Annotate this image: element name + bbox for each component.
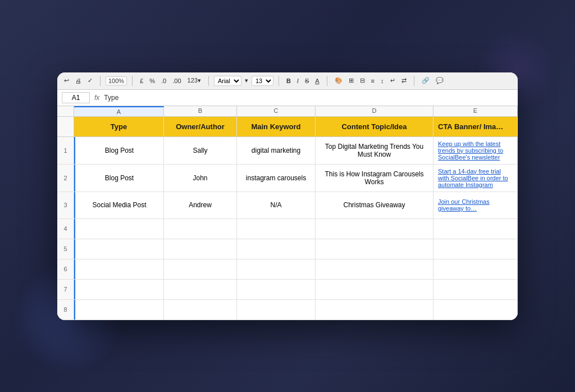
empty-cell[interactable] (237, 300, 316, 320)
italic-button[interactable]: I (295, 77, 301, 85)
cell-keyword-3[interactable]: N/A (237, 192, 316, 218)
empty-row: 5 (57, 239, 518, 259)
valign-button[interactable]: ↕ (378, 77, 386, 85)
spellcheck-button[interactable]: ✓ (85, 76, 95, 85)
empty-row: 7 (57, 280, 518, 300)
cell-cta-3[interactable]: Join our Christmas giveaway to… (433, 192, 518, 218)
print-button[interactable]: 🖨 (73, 77, 84, 85)
empty-cell[interactable] (164, 280, 237, 299)
empty-cell[interactable] (74, 280, 164, 299)
empty-cell[interactable] (316, 219, 433, 239)
spreadsheet-grid: A B C D E Type Owner/Author Main Keyword… (57, 106, 518, 320)
formula-content: Type (104, 94, 118, 102)
empty-cell[interactable] (74, 239, 164, 259)
row-num-8: 8 (57, 300, 74, 320)
empty-cell[interactable] (237, 259, 316, 279)
empty-cell[interactable] (164, 300, 237, 320)
col-header-b[interactable]: B (164, 106, 237, 116)
merge-button[interactable]: ⊟ (358, 76, 367, 85)
cell-keyword-2[interactable]: instagram carousels (237, 165, 316, 192)
format123-button[interactable]: 123▾ (185, 76, 203, 85)
cell-type-2[interactable]: Blog Post (74, 165, 164, 192)
empty-cell[interactable] (433, 280, 518, 299)
column-headers: A B C D E (57, 106, 518, 117)
cell-type-3[interactable]: Social Media Post (74, 192, 164, 218)
row-num-7: 7 (57, 280, 74, 299)
decimal2-button[interactable]: .00 (170, 77, 183, 85)
empty-cell[interactable] (433, 219, 518, 239)
empty-cell[interactable] (74, 219, 164, 239)
cell-topic-2[interactable]: This is How Instagram Carousels Works (316, 165, 433, 192)
empty-cell[interactable] (316, 239, 433, 259)
currency-button[interactable]: £ (138, 77, 145, 85)
col-header-d[interactable]: D (316, 106, 433, 116)
empty-cell[interactable] (74, 259, 164, 279)
empty-cell[interactable] (237, 239, 316, 259)
font-select[interactable]: Arial (214, 76, 241, 86)
wrap-button[interactable]: ↵ (388, 76, 398, 85)
header-topic: Content Topic/Idea (316, 117, 433, 136)
sep-1 (100, 76, 101, 86)
zoom-group: 100% (106, 76, 127, 85)
cell-owner-1[interactable]: Sally (164, 137, 237, 164)
link-button[interactable]: 🔗 (419, 76, 432, 85)
empty-cell[interactable] (316, 259, 433, 279)
cell-topic-3[interactable]: Christmas Giveaway (316, 192, 433, 218)
spreadsheet-window: ↩ 🖨 ✓ 100% £ % .0 .00 123▾ Arial ▾ 13 (57, 72, 518, 320)
cell-keyword-1[interactable]: digital marketing (237, 137, 316, 164)
percent-button[interactable]: % (147, 77, 157, 85)
empty-cell[interactable] (74, 300, 164, 320)
header-cta: CTA Banner/ Ima… (433, 117, 518, 136)
cell-topic-1[interactable]: Top Digital Marketing Trends You Must Kn… (316, 137, 433, 164)
empty-cell[interactable] (316, 280, 433, 299)
empty-row: 8 (57, 300, 518, 320)
rtl-button[interactable]: ⇄ (399, 76, 409, 85)
bold-button[interactable]: B (284, 77, 293, 85)
cell-cta-1[interactable]: Keep up with the latest trends by subscr… (433, 137, 518, 164)
empty-cell[interactable] (237, 280, 316, 299)
sep-4 (279, 76, 279, 86)
empty-row: 4 (57, 219, 518, 239)
row-num-6: 6 (57, 259, 74, 279)
empty-cell[interactable] (237, 219, 316, 239)
cell-owner-3[interactable]: Andrew (164, 192, 237, 218)
font-size-select[interactable]: 13 (252, 76, 273, 86)
align-button[interactable]: ≡ (369, 77, 377, 85)
col-header-e[interactable]: E (433, 106, 518, 116)
undo-button[interactable]: ↩ (62, 76, 71, 85)
decimal1-button[interactable]: .0 (159, 77, 168, 85)
borders-button[interactable]: ⊞ (346, 76, 356, 85)
header-row: Type Owner/Author Main Keyword Content T… (57, 117, 518, 137)
header-owner: Owner/Author (164, 117, 237, 136)
link-tools: 🔗 💬 (419, 76, 446, 85)
sep-font: ▾ (245, 77, 248, 84)
row-num-header-row (57, 117, 74, 136)
cell-owner-2[interactable]: John (164, 165, 237, 192)
comment-button[interactable]: 💬 (433, 76, 446, 85)
col-header-c[interactable]: C (237, 106, 316, 116)
strikethrough-button[interactable]: S (303, 77, 311, 85)
row-num-4: 4 (57, 219, 74, 239)
cell-type-1[interactable]: Blog Post (74, 137, 164, 164)
empty-cell[interactable] (316, 300, 433, 320)
sep-3 (208, 76, 209, 86)
row-num-2: 2 (57, 165, 74, 192)
empty-cell[interactable] (164, 239, 237, 259)
empty-cell[interactable] (164, 259, 237, 279)
empty-cell[interactable] (433, 259, 518, 279)
table-row: 1 Blog Post Sally digital marketing Top … (57, 137, 518, 165)
empty-cell[interactable] (433, 239, 518, 259)
empty-cell[interactable] (433, 300, 518, 320)
fill-color-button[interactable]: 🎨 (332, 76, 345, 85)
formula-bar: fx Type (57, 90, 518, 106)
sep-5 (327, 76, 327, 86)
underline-button[interactable]: A (313, 77, 321, 85)
zoom-display[interactable]: 100% (106, 76, 127, 85)
cell-reference[interactable] (62, 92, 90, 103)
sep-6 (414, 76, 414, 86)
sep-2 (132, 76, 133, 86)
empty-cell[interactable] (164, 219, 237, 239)
cell-cta-2[interactable]: Start a 14-day free trial with SocialBee… (433, 165, 518, 192)
text-format-group: B I S A (284, 77, 322, 85)
col-header-a[interactable]: A (74, 106, 164, 116)
